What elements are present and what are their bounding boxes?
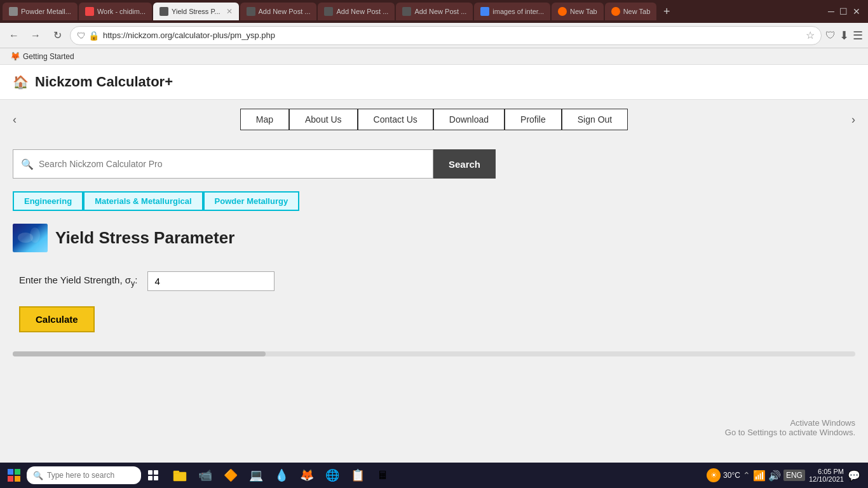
notifications-icon[interactable]: 💬 (848, 470, 860, 482)
search-icon: 🔍 (21, 158, 34, 170)
scroll-area (13, 351, 855, 356)
tab-favicon-new2 (611, 7, 620, 16)
weather-icon: ☀ (707, 468, 721, 482)
breadcrumb-powder[interactable]: Powder Metallurgy (203, 191, 300, 211)
tab-add-post-2[interactable]: Add New Post ... (318, 3, 395, 20)
tab-work[interactable]: Work - chidim... (79, 3, 152, 20)
site-title: Nickzom Calculator+ (35, 74, 173, 90)
tab-add-post-3[interactable]: Add New Post ... (396, 3, 473, 20)
taskbar-app-chrome[interactable]: 🌐 (320, 464, 344, 487)
taskbar-app-firefox[interactable]: 🦊 (295, 464, 319, 487)
taskbar-app-vscode[interactable]: 💻 (244, 464, 268, 487)
taskbar-app-notepad[interactable]: 📋 (346, 464, 370, 487)
nav-item-download[interactable]: Download (433, 109, 505, 130)
svg-rect-6 (154, 476, 158, 480)
shield-icon: 🛡 (77, 30, 86, 41)
address-bar-row: ← → ↻ 🛡 🔒 ☆ 🛡 ⬇ ☰ (0, 23, 868, 48)
back-button[interactable]: ← (5, 27, 23, 44)
tab-favicon-add1 (247, 7, 255, 16)
network-icon[interactable]: 📶 (753, 470, 766, 482)
breadcrumb-materials[interactable]: Materials & Metallurgical (83, 191, 203, 211)
tab-favicon-add2 (324, 7, 333, 16)
url-input[interactable] (103, 30, 802, 40)
forward-button[interactable]: → (27, 27, 44, 44)
tab-bar: Powder Metall... Work - chidim... Yield … (0, 0, 868, 23)
breadcrumb-tags: Engineering Materials & Metallurgical Po… (0, 185, 868, 217)
site-nav: ‹ Map About Us Contact Us Download Profi… (0, 100, 868, 139)
svg-point-2 (30, 227, 40, 243)
download-icon[interactable]: ⬇ (839, 29, 849, 43)
systray-icons: ☀ 30°C ⌃ 📶 🔊 ENG (707, 468, 805, 482)
menu-icon[interactable]: ☰ (853, 29, 863, 43)
tab-favicon-images (480, 7, 489, 16)
search-input[interactable] (39, 159, 425, 169)
tab-favicon-work (85, 7, 94, 16)
taskbar-app-calculator[interactable]: 🖩 (371, 464, 395, 487)
nav-arrow-right[interactable]: › (845, 113, 862, 126)
horizontal-scrollbar[interactable] (13, 351, 855, 356)
browser-chrome: Powder Metall... Work - chidim... Yield … (0, 0, 868, 65)
getting-started-bookmark[interactable]: 🦊 Getting Started (5, 50, 79, 62)
taskbar-app-sublime[interactable]: 🔶 (219, 464, 243, 487)
tab-label-yield: Yield Stress P... (172, 8, 220, 15)
tab-yield-stress[interactable]: Yield Stress P... ✕ (153, 3, 238, 20)
shield-action-icon[interactable]: 🛡 (825, 30, 836, 41)
nav-items: Map About Us Contact Us Download Profile… (240, 109, 628, 130)
yield-strength-row: Enter the Yield Strength, σy: (13, 271, 855, 291)
taskbar: 🔍 📹 🔶 💻 💧 🦊 (0, 463, 868, 488)
security-icons: 🛡 🔒 (77, 30, 99, 41)
taskbar-app-zoom[interactable]: 📹 (193, 464, 217, 487)
tab-new-tab-1[interactable]: New Tab (552, 3, 604, 20)
calc-title: Yield Stress Parameter (55, 228, 234, 248)
window-controls: ─ ☐ ✕ (828, 6, 865, 17)
firefox-icon: 🦊 (10, 51, 20, 61)
task-view-button[interactable] (142, 464, 164, 487)
breadcrumb-engineering[interactable]: Engineering (13, 191, 83, 211)
minimize-button[interactable]: ─ (828, 6, 834, 17)
bookmark-star-icon[interactable]: ☆ (806, 29, 815, 41)
nav-item-about[interactable]: About Us (289, 109, 358, 130)
tab-label-new2: New Tab (623, 8, 651, 15)
nav-item-profile[interactable]: Profile (505, 109, 562, 130)
address-bar[interactable]: 🛡 🔒 ☆ (70, 26, 822, 45)
maximize-button[interactable]: ☐ (839, 6, 848, 17)
systray-up-arrow[interactable]: ⌃ (743, 470, 750, 480)
language-icon: ENG (783, 470, 805, 481)
taskbar-clock[interactable]: 6:05 PM 12/10/2021 (809, 468, 844, 483)
tab-images[interactable]: images of inter... (474, 3, 550, 20)
tab-favicon-add3 (402, 7, 411, 16)
taskbar-app-explorer[interactable] (168, 464, 192, 487)
nav-item-signout[interactable]: Sign Out (562, 109, 628, 130)
close-button[interactable]: ✕ (853, 6, 860, 17)
taskbar-search[interactable]: 🔍 (27, 466, 141, 484)
browser-actions: 🛡 ⬇ ☰ (825, 29, 863, 43)
tab-label-new1: New Tab (570, 8, 597, 15)
lock-icon: 🔒 (88, 30, 99, 41)
home-icon[interactable]: 🏠 (13, 74, 29, 90)
taskbar-search-icon: 🔍 (33, 471, 43, 480)
calc-title-row: Yield Stress Parameter (13, 224, 855, 252)
svg-rect-4 (154, 470, 158, 475)
tab-add-post-1[interactable]: Add New Post ... (240, 3, 317, 20)
tab-close-icon[interactable]: ✕ (226, 7, 233, 16)
svg-rect-8 (173, 471, 179, 473)
yield-strength-input[interactable] (147, 271, 275, 291)
nav-arrow-left[interactable]: ‹ (6, 113, 23, 126)
search-input-container: 🔍 (13, 149, 433, 179)
tab-powder-metallurgy[interactable]: Powder Metall... (3, 3, 78, 20)
nav-item-map[interactable]: Map (240, 109, 289, 130)
tab-favicon (9, 7, 18, 16)
scrollbar-thumb[interactable] (13, 351, 266, 356)
tab-favicon-yield (159, 7, 168, 16)
nav-item-contact[interactable]: Contact Us (358, 109, 433, 130)
volume-icon[interactable]: 🔊 (768, 470, 781, 482)
start-button[interactable] (3, 464, 25, 487)
new-tab-button[interactable]: + (658, 3, 675, 20)
calculate-button[interactable]: Calculate (19, 306, 95, 332)
taskbar-right: ☀ 30°C ⌃ 📶 🔊 ENG 6:05 PM 12/10/2021 💬 (707, 468, 865, 483)
tab-new-tab-2[interactable]: New Tab (605, 3, 657, 20)
taskbar-search-input[interactable] (47, 471, 123, 480)
reload-button[interactable]: ↻ (48, 27, 66, 44)
taskbar-app-dropbox[interactable]: 💧 (269, 464, 294, 487)
search-button[interactable]: Search (433, 149, 496, 179)
